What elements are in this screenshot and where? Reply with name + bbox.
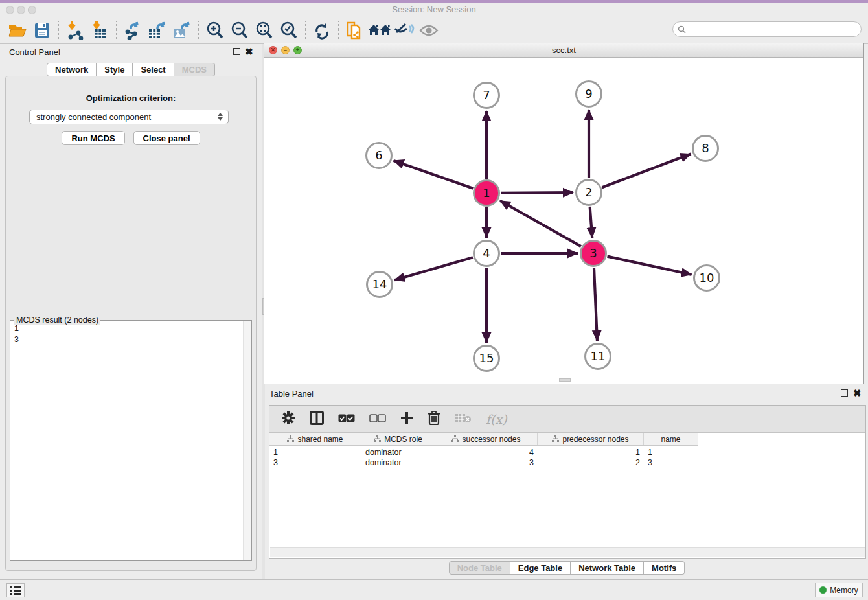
- task-history-button[interactable]: [6, 583, 25, 597]
- deselect-all-icon[interactable]: [369, 413, 386, 425]
- table-row[interactable]: 1 dominator 4 1 1: [269, 447, 865, 457]
- optimization-criterion-label: Optimization criterion:: [6, 93, 256, 103]
- graph-node-label: 4: [483, 246, 490, 260]
- graph-edge-4-14[interactable]: [394, 257, 473, 280]
- graph-node-label: 15: [479, 351, 494, 365]
- tab-network[interactable]: Network: [47, 63, 97, 76]
- open-session-icon[interactable]: [5, 20, 30, 41]
- column-header-name[interactable]: name: [644, 433, 698, 445]
- table-toolbar: f(x): [269, 406, 865, 433]
- zoom-fit-icon[interactable]: [252, 20, 277, 41]
- table-panel-title: Table Panel: [269, 389, 314, 398]
- graph-edge-1-2[interactable]: [501, 192, 573, 193]
- control-panel-title: Control Panel: [9, 47, 60, 57]
- graph-node-label: 6: [375, 148, 382, 162]
- toolbar-separator: [116, 21, 117, 40]
- hide-selected-icon[interactable]: [392, 20, 417, 41]
- status-bar: Memory: [0, 579, 868, 600]
- graph-node-label: 2: [585, 185, 592, 199]
- search-icon: [678, 25, 686, 36]
- function-builder-icon: f(x): [486, 412, 507, 426]
- search-input[interactable]: [672, 21, 862, 37]
- table-panel: Table Panel ✖ f(x): [266, 384, 868, 579]
- table-scrollbar[interactable]: [270, 547, 865, 557]
- network-window: ✕ – + scc.txt 7968124314101511: [264, 43, 864, 384]
- control-panel-tabs: Network Style Select MCDS: [0, 63, 262, 76]
- graph-node-label: 7: [483, 88, 490, 102]
- mcds-buttons: Run MCDS Close panel: [6, 131, 256, 145]
- chevron-up-down-icon: [218, 113, 223, 121]
- result-scrollbar[interactable]: [243, 321, 251, 560]
- column-header-successor-nodes[interactable]: successor nodes: [435, 433, 538, 445]
- graph-edge-3-10[interactable]: [607, 257, 691, 275]
- mcds-result-group: MCDS result (2 nodes) 1 3: [10, 320, 252, 561]
- tab-edge-table[interactable]: Edge Table: [510, 561, 571, 575]
- first-neighbors-icon[interactable]: [367, 20, 392, 41]
- float-table-panel-icon[interactable]: [841, 389, 848, 397]
- result-line: 1: [14, 323, 242, 334]
- tab-motifs[interactable]: Motifs: [644, 561, 685, 575]
- show-all-icon[interactable]: [417, 20, 441, 41]
- graph-edge-3-11[interactable]: [594, 268, 597, 341]
- close-panel-button[interactable]: Close panel: [133, 131, 200, 145]
- search-box: [672, 21, 862, 37]
- tab-select[interactable]: Select: [133, 63, 174, 76]
- criterion-dropdown[interactable]: strongly connected component: [29, 110, 229, 124]
- export-table-icon[interactable]: [145, 20, 170, 41]
- network-window-titlebar: ✕ – + scc.txt: [264, 43, 863, 58]
- graph-node-label: 3: [589, 246, 597, 260]
- result-line: 3: [14, 334, 242, 345]
- delete-icon[interactable]: [428, 411, 440, 428]
- table-row[interactable]: 3 dominator 3 2 3: [269, 457, 865, 468]
- zoom-out-icon[interactable]: [227, 20, 252, 41]
- tab-network-table[interactable]: Network Table: [571, 561, 644, 575]
- node-table-box: f(x) shared name MCDS role successor nod…: [269, 405, 866, 559]
- graph-edge-1-6[interactable]: [394, 161, 474, 189]
- column-header-mcds-role[interactable]: MCDS role: [361, 433, 435, 445]
- zoom-in-icon[interactable]: [203, 20, 227, 41]
- export-image-icon[interactable]: [170, 20, 194, 41]
- table-tabs: Node Table Edge Table Network Table Moti…: [266, 561, 868, 575]
- memory-label: Memory: [830, 586, 858, 595]
- select-all-icon[interactable]: [338, 413, 355, 425]
- tab-node-table[interactable]: Node Table: [449, 561, 510, 575]
- graph-node-label: 9: [585, 87, 592, 100]
- network-graph[interactable]: 7968124314101511: [264, 58, 863, 384]
- mcds-result-text[interactable]: 1 3: [12, 323, 242, 559]
- network-scroll-handle[interactable]: [559, 378, 571, 382]
- graph-edge-2-8[interactable]: [602, 154, 691, 187]
- save-session-icon[interactable]: [30, 20, 54, 41]
- zoom-selected-icon[interactable]: [277, 20, 301, 41]
- graph-node-label: 14: [372, 277, 387, 291]
- criterion-value: strongly connected component: [36, 112, 151, 122]
- toolbar-separator: [305, 21, 306, 40]
- float-panel-icon[interactable]: [233, 48, 240, 55]
- graph-edge-3-1[interactable]: [500, 201, 581, 246]
- close-table-panel-icon[interactable]: ✖: [853, 389, 862, 397]
- graph-node-label: 11: [591, 349, 606, 363]
- add-icon[interactable]: [400, 411, 413, 427]
- close-panel-icon[interactable]: ✖: [245, 48, 253, 55]
- tab-style[interactable]: Style: [97, 63, 133, 76]
- graph-node-label: 10: [700, 271, 714, 284]
- split-panel-icon[interactable]: [310, 411, 324, 428]
- clone-network-icon[interactable]: [343, 20, 367, 41]
- toolbar-separator: [58, 21, 59, 40]
- import-network-icon[interactable]: [63, 20, 87, 41]
- memory-status-icon: [819, 586, 827, 594]
- column-header-predecessor-nodes[interactable]: predecessor nodes: [538, 433, 644, 445]
- graph-edge-2-3[interactable]: [590, 207, 593, 238]
- export-network-icon[interactable]: [120, 20, 145, 41]
- window-titlebar: Session: New Session: [0, 0, 868, 17]
- list-icon: [10, 586, 21, 595]
- import-table-icon[interactable]: [87, 20, 112, 41]
- destroy-table-icon: [455, 413, 472, 426]
- column-header-shared-name[interactable]: shared name: [269, 433, 361, 445]
- refresh-icon[interactable]: [310, 20, 334, 41]
- graph-node-label: 1: [483, 186, 490, 200]
- memory-button[interactable]: Memory: [815, 583, 863, 597]
- tab-mcds[interactable]: MCDS: [174, 63, 215, 76]
- table-body: 1 dominator 4 1 1 3 dominator 3 2 3: [269, 447, 865, 468]
- gear-icon[interactable]: [281, 411, 295, 428]
- run-mcds-button[interactable]: Run MCDS: [62, 131, 124, 145]
